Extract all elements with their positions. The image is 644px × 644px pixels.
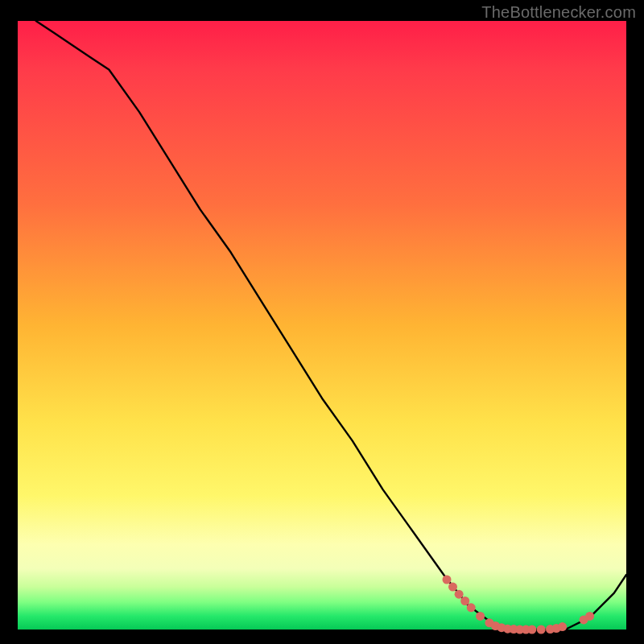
bottleneck-curve [36, 21, 626, 630]
marker-point [537, 625, 546, 634]
chart-svg [18, 21, 626, 630]
marker-point [455, 590, 464, 599]
marker-point [448, 583, 457, 592]
marker-point [443, 576, 452, 584]
marker-point [527, 625, 536, 634]
marker-point [467, 603, 476, 612]
marker-point [558, 622, 567, 631]
plot-area [18, 21, 626, 630]
marker-point [476, 612, 485, 621]
attribution-label: TheBottlenecker.com [481, 3, 636, 22]
marker-point [460, 597, 469, 605]
bottleneck-markers [443, 576, 595, 634]
chart-frame: TheBottlenecker.com [0, 0, 644, 644]
marker-point [585, 612, 594, 621]
